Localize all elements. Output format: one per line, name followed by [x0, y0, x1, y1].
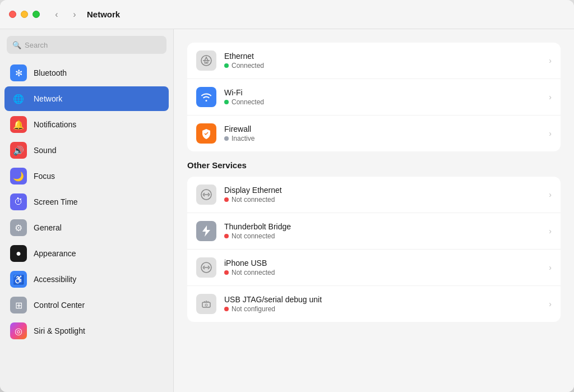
maximize-button[interactable]: [33, 11, 40, 18]
iphone-usb-chevron: ›: [549, 263, 552, 272]
usb-jtag-status-text: Not configured: [232, 305, 275, 313]
sidebar-item-sound[interactable]: 🔊 Sound: [4, 138, 169, 163]
thunderbolt-name: Thunderbolt Bridge: [224, 222, 541, 231]
ethernet-chevron: ›: [549, 56, 552, 65]
screentime-icon: ⏱: [10, 193, 27, 210]
sidebar-item-label: Appearance: [34, 249, 76, 258]
sidebar-item-label: Control Center: [34, 301, 85, 310]
sidebar-item-label: Accessibility: [34, 275, 76, 284]
usb-jtag-icon: [196, 294, 216, 314]
iphone-usb-info: iPhone USB Not connected: [224, 259, 541, 276]
iphone-usb-item[interactable]: iPhone USB Not connected ›: [187, 250, 561, 286]
display-ethernet-status-dot: [224, 197, 229, 202]
main-panel: Ethernet Connected ›: [174, 29, 574, 392]
firewall-icon: [196, 123, 216, 144]
sidebar-item-label: Screen Time: [34, 197, 78, 206]
sidebar-item-appearance[interactable]: ● Appearance: [4, 241, 169, 266]
sidebar-item-label: Network: [34, 94, 62, 103]
ethernet-name: Ethernet: [224, 52, 541, 61]
iphone-usb-status: Not connected: [224, 269, 541, 276]
usb-jtag-name: USB JTAG/serial debug unit: [224, 295, 541, 304]
search-icon: 🔍: [12, 41, 21, 49]
iphone-usb-icon: [196, 257, 216, 278]
search-container: 🔍 Search: [4, 36, 169, 54]
display-ethernet-icon: [196, 185, 216, 205]
firewall-info: Firewall Inactive: [224, 124, 541, 142]
display-ethernet-status-text: Not connected: [232, 196, 275, 204]
usb-jtag-chevron: ›: [549, 299, 552, 308]
sidebar-item-label: Sound: [34, 146, 56, 155]
sidebar-item-general[interactable]: ⚙ General: [4, 215, 169, 240]
thunderbolt-status-text: Not connected: [232, 232, 275, 240]
thunderbolt-icon: [196, 221, 216, 241]
sidebar-item-label: General: [34, 223, 62, 232]
search-placeholder: Search: [25, 41, 48, 49]
main-window: ‹ › Network 🔍 Search ✻ Bluetooth 🌐: [0, 0, 574, 392]
focus-icon: 🌙: [10, 168, 27, 185]
display-ethernet-name: Display Ethernet: [224, 186, 541, 195]
usb-jtag-item[interactable]: USB JTAG/serial debug unit Not configure…: [187, 286, 561, 322]
ethernet-info: Ethernet Connected: [224, 52, 541, 70]
minimize-button[interactable]: [21, 11, 28, 18]
wifi-chevron: ›: [549, 93, 552, 102]
wifi-icon: [196, 87, 216, 107]
content-area: 🔍 Search ✻ Bluetooth 🌐 Network 🔔 Notific…: [0, 29, 574, 392]
sidebar-item-controlcenter[interactable]: ⊞ Control Center: [4, 293, 169, 317]
svg-point-4: [205, 304, 207, 306]
sidebar-item-accessibility[interactable]: ♿ Accessibility: [4, 267, 169, 292]
siri-icon: ◎: [10, 322, 27, 339]
ethernet-status-text: Connected: [232, 62, 264, 70]
wifi-name: Wi-Fi: [224, 88, 541, 97]
thunderbolt-info: Thunderbolt Bridge Not connected: [224, 222, 541, 240]
sidebar-item-notifications[interactable]: 🔔 Notifications: [4, 112, 169, 137]
wifi-item[interactable]: Wi-Fi Connected ›: [187, 79, 561, 116]
wifi-status: Connected: [224, 98, 541, 106]
display-ethernet-item[interactable]: Display Ethernet Not connected ›: [187, 177, 561, 213]
thunderbolt-status: Not connected: [224, 232, 541, 240]
usb-jtag-status-dot: [224, 307, 229, 311]
other-services-title: Other Services: [187, 160, 561, 170]
forward-icon: ›: [73, 10, 76, 20]
sidebar-item-focus[interactable]: 🌙 Focus: [4, 164, 169, 188]
ethernet-status: Connected: [224, 62, 541, 70]
sidebar-item-bluetooth[interactable]: ✻ Bluetooth: [4, 61, 169, 85]
usb-jtag-info: USB JTAG/serial debug unit Not configure…: [224, 295, 541, 313]
display-ethernet-chevron: ›: [549, 190, 552, 199]
wifi-info: Wi-Fi Connected: [224, 88, 541, 106]
display-ethernet-status: Not connected: [224, 196, 541, 204]
thunderbolt-item[interactable]: Thunderbolt Bridge Not connected ›: [187, 213, 561, 250]
sidebar-item-label: Siri & Spotlight: [34, 326, 85, 335]
firewall-chevron: ›: [549, 129, 552, 138]
ethernet-icon: [196, 50, 216, 71]
firewall-name: Firewall: [224, 124, 541, 133]
controlcenter-icon: ⊞: [10, 297, 27, 313]
network-icon: 🌐: [10, 90, 27, 107]
primary-network-card: Ethernet Connected ›: [187, 43, 561, 151]
bluetooth-icon: ✻: [10, 64, 27, 81]
search-box[interactable]: 🔍 Search: [7, 36, 166, 54]
iphone-usb-name: iPhone USB: [224, 259, 541, 268]
sidebar-item-siri[interactable]: ◎ Siri & Spotlight: [4, 319, 169, 343]
other-services-card: Display Ethernet Not connected ›: [187, 177, 561, 322]
navigation-controls: ‹ ›: [49, 7, 82, 22]
thunderbolt-status-dot: [224, 234, 229, 238]
back-icon: ‹: [55, 10, 58, 20]
iphone-usb-status-text: Not connected: [232, 269, 275, 276]
firewall-item[interactable]: Firewall Inactive ›: [187, 116, 561, 151]
sound-icon: 🔊: [10, 142, 27, 159]
thunderbolt-chevron: ›: [549, 227, 552, 236]
notifications-icon: 🔔: [10, 116, 27, 133]
svg-rect-3: [202, 302, 210, 307]
window-title: Network: [87, 10, 120, 19]
ethernet-item[interactable]: Ethernet Connected ›: [187, 43, 561, 79]
ethernet-status-dot: [224, 63, 229, 68]
sidebar-item-screentime[interactable]: ⏱ Screen Time: [4, 190, 169, 214]
forward-button[interactable]: ›: [67, 7, 82, 22]
back-button[interactable]: ‹: [49, 7, 64, 22]
sidebar-item-network[interactable]: 🌐 Network: [4, 86, 169, 111]
traffic-lights: [9, 11, 40, 18]
iphone-usb-status-dot: [224, 270, 229, 275]
firewall-status: Inactive: [224, 135, 541, 142]
close-button[interactable]: [9, 11, 16, 18]
usb-jtag-status: Not configured: [224, 305, 541, 313]
